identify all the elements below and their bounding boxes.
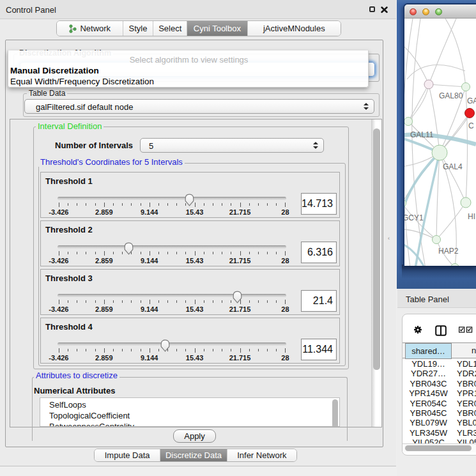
svg-text:GAL11: GAL11: [410, 130, 434, 139]
svg-text:HAP2: HAP2: [438, 247, 459, 256]
svg-text:HI: HI: [468, 212, 475, 221]
svg-text:GAL4: GAL4: [443, 162, 463, 171]
svg-text:C: C: [468, 121, 474, 130]
svg-text:GA: GA: [467, 96, 476, 105]
svg-text:GAL80: GAL80: [439, 91, 463, 100]
svg-text:GCY1: GCY1: [404, 213, 424, 222]
